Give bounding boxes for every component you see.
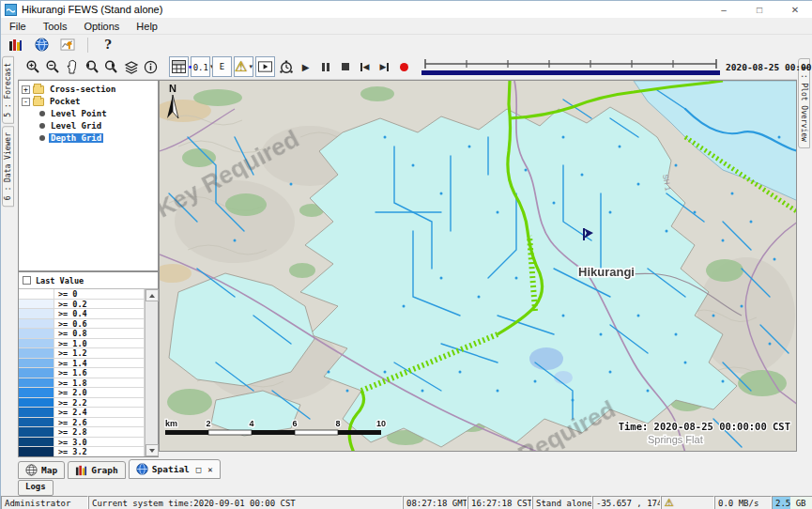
stop-icon [342, 63, 349, 70]
info-icon[interactable] [141, 56, 161, 77]
color-swatch [19, 348, 54, 358]
expand-icon[interactable]: + [22, 85, 30, 94]
legend-row[interactable]: >= 3.2 [19, 447, 145, 456]
status-memory-gauge: 2.5 GB [772, 496, 812, 509]
legend-scrollbar[interactable] [145, 289, 158, 456]
scale-ruler-button[interactable]: E [212, 56, 232, 77]
tree-item-depth-grid[interactable]: Depth Grid [19, 132, 158, 144]
zoom-next-icon[interactable] [101, 56, 121, 77]
legend-row[interactable]: >= 2.4 [19, 408, 145, 418]
map-time-overlay: Time: 2020-08-25 00:00:00 CST [619, 421, 790, 432]
legend-row[interactable]: >= 0.6 [19, 319, 145, 330]
grid-display-button[interactable] [169, 56, 189, 77]
title-bar: Hikurangi FEWS (Stand alone) – □ ✕ [1, 1, 812, 18]
animation-timer-icon[interactable] [276, 56, 296, 77]
layers-icon[interactable] [121, 56, 141, 77]
tab-close-icon[interactable]: ✕ [207, 465, 212, 474]
tree-item-pocket[interactable]: - Pocket [19, 96, 158, 107]
tab-spatial[interactable]: Spatial □ ✕ [129, 459, 221, 479]
pan-hand-icon[interactable] [62, 56, 82, 77]
color-swatch [19, 368, 54, 378]
time-slider[interactable] [421, 57, 720, 76]
window-title: Hikurangi FEWS (Stand alone) [22, 4, 162, 15]
step-back-button[interactable]: ◀ [355, 56, 375, 77]
zoom-previous-icon[interactable] [82, 56, 101, 77]
node-bullet-icon [39, 135, 45, 141]
tab-data-viewer[interactable]: 6 : Data Viewer [2, 126, 14, 207]
help-button[interactable]: ? [98, 37, 118, 54]
close-button[interactable]: ✕ [777, 1, 812, 18]
step-forward-button[interactable]: ▶ [375, 56, 394, 77]
tree-item-level-grid[interactable]: Level Grid [19, 120, 158, 131]
scroll-up-icon[interactable] [146, 289, 159, 301]
legend-title: Last Value [36, 276, 84, 285]
legend-row[interactable]: >= 1.4 [19, 359, 145, 369]
legend-row[interactable]: >= 1.6 [19, 368, 145, 378]
filter-tree-panel: + Cross-section - Pocket Level Point Lev… [18, 80, 159, 271]
menu-tools[interactable]: Tools [35, 21, 76, 32]
collapse-icon[interactable]: - [22, 98, 30, 106]
status-user: Administrator [1, 496, 88, 509]
toolbar-separator [87, 38, 88, 53]
record-icon [400, 63, 408, 71]
scroll-down-icon[interactable] [146, 444, 159, 456]
maximize-button[interactable]: □ [742, 1, 777, 18]
legend-row[interactable]: >= 0 [19, 289, 145, 300]
contour-interval-dropdown[interactable]: •0.1 ▾ [191, 56, 210, 77]
tab-graph[interactable]: Graph [68, 461, 126, 479]
record-button[interactable] [394, 56, 414, 77]
legend-row[interactable]: >= 1.8 [19, 378, 145, 389]
legend-header: Last Value [19, 272, 158, 289]
warning-icon: ⚠ [235, 60, 247, 74]
logs-panel-icon[interactable] [5, 37, 25, 54]
color-swatch [19, 319, 54, 329]
legend-row[interactable]: >= 1.2 [19, 348, 145, 359]
folder-icon [33, 98, 44, 106]
color-swatch [19, 427, 54, 437]
menu-help[interactable]: Help [128, 21, 166, 32]
legend-row[interactable]: >= 2.2 [19, 398, 145, 409]
pause-button[interactable] [315, 56, 335, 77]
legend-row[interactable]: >= 0.8 [19, 329, 145, 339]
warnings-dropdown[interactable]: ⚠ ▾ [234, 56, 253, 77]
spatial-display-globe-icon[interactable] [31, 37, 52, 54]
legend-row[interactable]: >= 2.6 [19, 418, 145, 428]
map-view[interactable]: API Key Required API Key Required Hikura… [159, 80, 797, 452]
legend-row[interactable]: >= 0.2 [19, 300, 145, 310]
legend-row[interactable]: >= 1.0 [19, 339, 145, 349]
app-logo-icon [5, 4, 17, 16]
display-tabs: Map Graph Spatial □ ✕ [18, 458, 221, 479]
last-value-checkbox[interactable] [23, 276, 31, 285]
timeseries-chart-icon[interactable] [57, 37, 78, 54]
tree-item-cross-section[interactable]: + Cross-section [19, 84, 158, 95]
color-swatch [19, 418, 54, 427]
menu-options[interactable]: Options [75, 21, 128, 32]
svg-text:4: 4 [249, 419, 253, 428]
status-system-time: Current system time:2020-09-01 00:00 CST [88, 496, 403, 509]
legend-rows: >= 0 >= 0.2 >= 0.4 >= 0.6 >= 0.8 >= 1.0 … [19, 289, 145, 456]
status-mode: Stand alone [532, 496, 592, 509]
play-button[interactable]: ▶ [296, 56, 315, 77]
minimize-button[interactable]: – [706, 1, 742, 18]
pause-icon [322, 63, 329, 71]
menu-file[interactable]: File [1, 21, 35, 32]
legend-row[interactable]: >= 3.0 [19, 438, 145, 448]
zoom-in-icon[interactable] [23, 56, 42, 77]
folder-icon [33, 85, 44, 94]
map-toolbar: •0.1 ▾ E ⚠ ▾ ▶ ◀ ▶ [18, 54, 797, 80]
tab-maximize-icon[interactable]: □ [196, 465, 201, 474]
legend-row[interactable]: >= 0.4 [19, 309, 145, 319]
tab-forecast[interactable]: 5 : Forecast [2, 56, 14, 124]
color-swatch [19, 398, 54, 408]
tab-map[interactable]: Map [18, 461, 65, 479]
animation-export-button[interactable] [255, 56, 275, 77]
stop-button[interactable] [335, 56, 355, 77]
chevron-down-icon: ▾ [249, 63, 253, 70]
tree-item-level-point[interactable]: Level Point [19, 108, 158, 119]
legend-row[interactable]: >= 2.8 [19, 427, 145, 438]
zoom-out-icon[interactable] [42, 56, 62, 77]
color-swatch [19, 339, 54, 348]
logs-button[interactable]: Logs [18, 480, 54, 496]
legend-row[interactable]: >= 2.0 [19, 388, 145, 398]
status-bar: Administrator Current system time:2020-0… [1, 496, 812, 509]
